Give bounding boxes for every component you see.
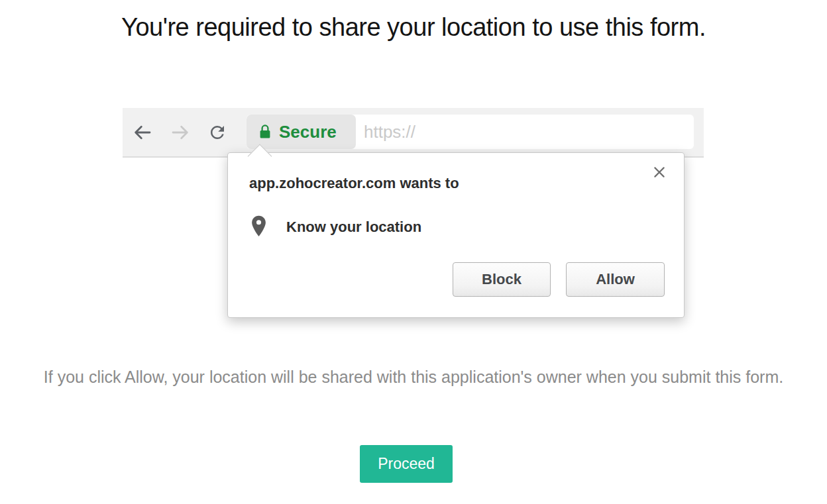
secure-badge: Secure	[247, 115, 356, 149]
secure-label: Secure	[279, 122, 337, 142]
close-icon[interactable]	[651, 164, 668, 181]
reload-icon	[207, 123, 227, 142]
forward-arrow-icon	[170, 122, 192, 143]
address-bar: Secure https://	[247, 115, 694, 149]
browser-toolbar: Secure https://	[123, 108, 704, 158]
lock-icon	[259, 124, 271, 140]
note-text: If you click Allow, your location will b…	[26, 364, 801, 391]
location-pin-icon	[250, 215, 268, 239]
permission-dialog: app.zohocreator.com wants to Know your l…	[227, 152, 685, 318]
page-title: You're required to share your location t…	[0, 13, 827, 42]
dialog-origin-text: app.zohocreator.com wants to	[249, 175, 459, 192]
url-text: https://	[364, 122, 415, 142]
permission-row: Know your location	[250, 215, 421, 239]
page: You're required to share your location t…	[0, 0, 827, 504]
proceed-button[interactable]: Proceed	[360, 445, 453, 483]
block-button[interactable]: Block	[453, 262, 551, 297]
back-arrow-icon	[131, 122, 152, 143]
permission-label: Know your location	[286, 219, 421, 236]
allow-button[interactable]: Allow	[566, 262, 665, 297]
